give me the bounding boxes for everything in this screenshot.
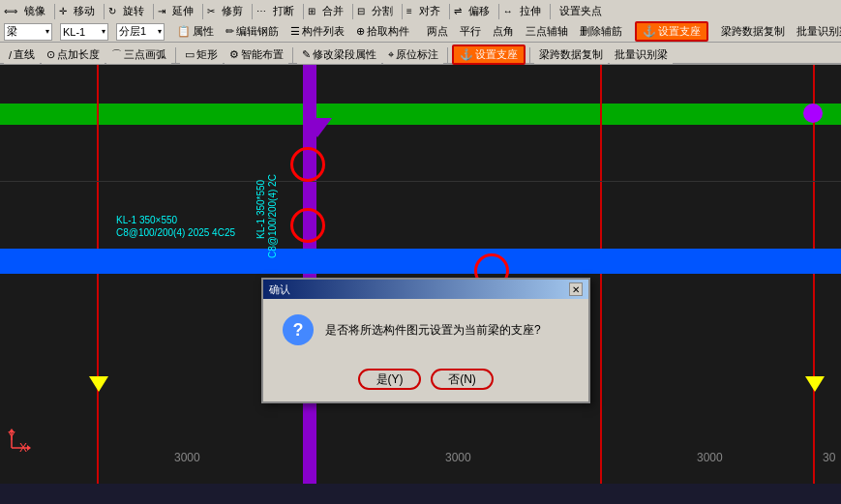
toolbar-row-3: / 直线 ⊙ 点加长度 ⌒ 三点画弧 ▭ 矩形 ⚙ 智能布置 ✎ 修改梁段属性 …	[0, 43, 841, 64]
combo-arrow-1: ▾	[45, 27, 49, 36]
point-extend-btn[interactable]: ⊙ 点加长度	[42, 45, 105, 64]
toolbar-icon-align: ≡	[406, 6, 412, 16]
angle-point-btn[interactable]: 点角	[488, 22, 519, 41]
sep3	[153, 4, 154, 19]
offset-btn[interactable]: 偏移	[464, 2, 495, 20]
toolbar-icon-split: ⊟	[357, 6, 365, 16]
combo-layer-label: 分层1	[119, 24, 146, 39]
span-data-copy-btn[interactable]: 梁跨数据复制	[534, 45, 608, 64]
rect-btn[interactable]: ▭ 矩形	[180, 45, 223, 64]
three-aux-btn[interactable]: 三点辅轴	[521, 22, 573, 41]
angle-point-label: 点角	[493, 24, 514, 39]
two-point-label: 两点	[427, 24, 448, 39]
edit-rebar-icon: ✏	[225, 25, 234, 38]
toolbar-icon-merge: ⊞	[308, 6, 315, 16]
modify-span-btn[interactable]: ✎ 修改梁段属性	[297, 45, 381, 64]
rotate-btn[interactable]: 旋转	[118, 2, 149, 20]
rect-icon: ▭	[185, 48, 195, 61]
pick-member-label: 拾取构件	[367, 24, 409, 39]
set-support2-btn[interactable]: ⚓ 设置支座	[452, 44, 526, 65]
sep-r3b	[292, 47, 293, 63]
sep4	[202, 4, 203, 19]
dialog-close-btn[interactable]: ✕	[569, 282, 583, 296]
modify-span-label: 修改梁段属性	[313, 47, 376, 62]
toolbar-icon-extend: ⇥	[158, 6, 165, 16]
three-aux-label: 三点辅轴	[526, 24, 568, 39]
edit-rebar-btn[interactable]: ✏ 编辑钢筋	[221, 22, 284, 41]
member-list-icon: ☰	[290, 25, 300, 38]
break-btn[interactable]: 打断	[268, 2, 299, 20]
toolbar-icon-trim: ✂	[207, 6, 215, 16]
toolbar-row-1: ⟺ 镜像 ✛ 移动 ↻ 旋转 ⇥ 延伸 ✂ 修剪 ⋯ 打断 ⊞ 合并 ⊟ 分割 …	[0, 0, 841, 21]
align-btn[interactable]: 对齐	[414, 2, 445, 20]
merge-btn[interactable]: 合并	[317, 2, 348, 20]
span-copy-label: 梁跨数据复制	[721, 24, 785, 39]
sep8	[402, 4, 403, 19]
modify-span-icon: ✎	[302, 48, 311, 61]
dialog-question-icon: ?	[283, 314, 314, 345]
point-extend-icon: ⊙	[46, 48, 55, 61]
origin-mark-label: 原位标注	[396, 47, 438, 62]
stretch-btn[interactable]: 拉伸	[515, 2, 546, 20]
set-support2-label: 设置支座	[475, 47, 518, 62]
beam-type-combo[interactable]: 梁 ▾	[4, 23, 52, 41]
sep10	[498, 4, 499, 19]
set-support-btn[interactable]: ⚓ 设置支座	[635, 21, 708, 42]
del-aux-btn[interactable]: 删除辅筋	[575, 22, 627, 41]
parallel-btn[interactable]: 平行	[455, 22, 486, 41]
point-extend-label: 点加长度	[57, 47, 100, 62]
properties-btn[interactable]: 📋 属性	[172, 22, 219, 41]
sep-r3c	[447, 47, 448, 63]
sep9	[449, 4, 450, 19]
member-list-label: 构件列表	[302, 24, 345, 39]
line-label: 直线	[14, 47, 35, 62]
span-copy-btn[interactable]: 梁跨数据复制	[716, 22, 790, 41]
batch-identify-label: 批量识别梁	[796, 24, 841, 39]
member-list-btn[interactable]: ☰ 构件列表	[285, 22, 349, 41]
move-btn[interactable]: 移动	[69, 2, 100, 20]
two-point-btn[interactable]: 两点	[422, 22, 453, 41]
edit-rebar-label: 编辑钢筋	[236, 24, 279, 39]
three-arc-label: 三点画弧	[124, 47, 166, 62]
dialog-box: 确认 ✕ ? 是否将所选构件图元设置为当前梁的支座? 是(Y) 否(N)	[261, 278, 590, 403]
toolbar-icon-break: ⋯	[256, 6, 266, 16]
line-btn[interactable]: / 直线	[4, 45, 40, 64]
layer-combo[interactable]: 分层1 ▾	[116, 23, 165, 41]
dialog-content: ? 是否将所选构件图元设置为当前梁的支座?	[263, 299, 588, 361]
set-support-label: 设置支座	[658, 24, 701, 39]
dialog-no-btn[interactable]: 否(N)	[431, 369, 494, 390]
toolbar-icon-move: ✛	[59, 6, 67, 16]
dialog-message: 是否将所选构件图元设置为当前梁的支座?	[325, 322, 541, 339]
combo-arrow-3: ▾	[158, 27, 162, 36]
trim-btn[interactable]: 修剪	[217, 2, 248, 20]
rect-label: 矩形	[196, 47, 218, 62]
smart-layout-icon: ⚙	[229, 48, 239, 61]
smart-layout-label: 智能布置	[241, 47, 284, 62]
mirror-btn[interactable]: 镜像	[19, 2, 50, 20]
combo-arrow-2: ▾	[102, 27, 105, 36]
combo-beam-label: 梁	[7, 24, 17, 39]
origin-mark-btn[interactable]: ⌖ 原位标注	[383, 45, 443, 64]
sep-r3d	[529, 47, 530, 63]
dialog-yes-btn[interactable]: 是(Y)	[358, 369, 421, 390]
toolbar-container: ⟺ 镜像 ✛ 移动 ↻ 旋转 ⇥ 延伸 ✂ 修剪 ⋯ 打断 ⊞ 合并 ⊟ 分割 …	[0, 0, 841, 65]
setpoint-btn[interactable]: 设置夹点	[555, 2, 607, 20]
toolbar-icon-mirror: ⟺	[4, 6, 17, 16]
three-arc-icon: ⌒	[111, 47, 122, 62]
sep2	[104, 4, 105, 19]
smart-layout-btn[interactable]: ⚙ 智能布置	[225, 45, 288, 64]
beam-id-combo[interactable]: KL-1 ▾	[60, 23, 108, 41]
combo-id-label: KL-1	[63, 26, 85, 38]
toolbar-row-2: 梁 ▾ KL-1 ▾ 分层1 ▾ 📋 属性 ✏ 编辑钢筋 ☰ 构件列表 ⊕ 拾取…	[0, 21, 841, 43]
three-arc-btn[interactable]: ⌒ 三点画弧	[106, 45, 171, 64]
dialog-title: 确认	[269, 282, 290, 297]
set-support2-icon: ⚓	[460, 48, 473, 61]
extend-btn[interactable]: 延伸	[167, 2, 198, 20]
pick-member-btn[interactable]: ⊕ 拾取构件	[351, 22, 414, 41]
batch-id-btn[interactable]: 批量识别梁	[610, 45, 673, 64]
batch-identify-btn[interactable]: 批量识别梁	[792, 22, 841, 41]
split-btn[interactable]: 分割	[367, 2, 398, 20]
sep11	[550, 4, 551, 19]
dialog-buttons: 是(Y) 否(N)	[263, 361, 588, 401]
del-aux-label: 删除辅筋	[580, 24, 622, 39]
